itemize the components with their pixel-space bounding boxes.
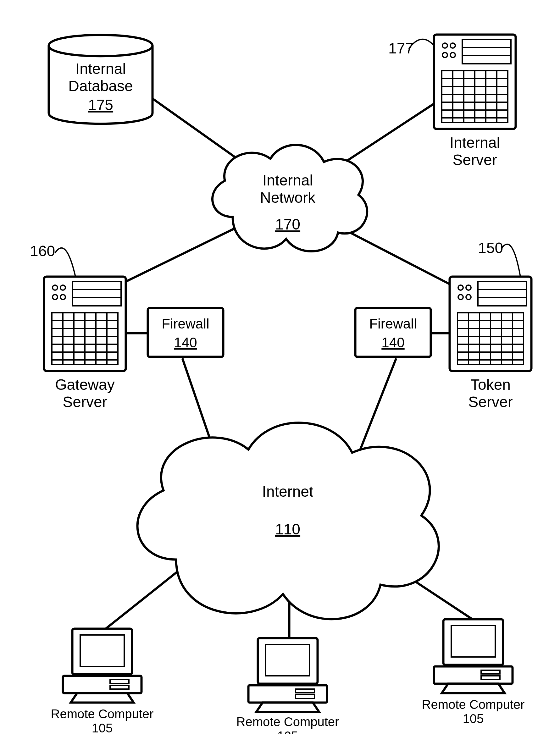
db-ref: 175	[88, 97, 113, 113]
inet-label-1: Internal	[263, 172, 313, 189]
gateway-server-node: Gateway Server 160	[30, 243, 126, 410]
iserver-label-1: Internal	[450, 134, 500, 151]
firewall-left: Firewall 140	[148, 308, 223, 357]
firewall-right: Firewall 140	[355, 308, 431, 357]
svg-rect-69	[248, 685, 327, 703]
network-diagram: Internal Database 175 Inter	[0, 0, 560, 734]
leader-160	[55, 248, 75, 277]
leader-150	[502, 244, 520, 277]
token-label-2: Server	[468, 393, 513, 410]
internal-server-node: Internal Server 177	[388, 35, 516, 168]
fw-left-ref: 140	[174, 335, 197, 350]
rc-right-ref: 105	[463, 712, 484, 726]
inet-label-2: Network	[260, 189, 316, 206]
inet-ref: 170	[275, 216, 300, 233]
gateway-ref: 160	[30, 243, 55, 259]
remote-computer-left: Remote Computer 105	[51, 629, 154, 734]
rc-right-label: Remote Computer	[422, 698, 525, 711]
db-label-1: Internal	[75, 60, 126, 77]
remote-computer-mid: Remote Computer 105	[236, 638, 339, 734]
rc-mid-ref: 105	[277, 729, 298, 734]
link-db-to-network	[151, 97, 248, 167]
fw-right-label: Firewall	[369, 316, 417, 331]
internet-cloud: Internet 110	[137, 423, 439, 619]
internet-ref: 110	[275, 521, 300, 537]
iserver-label-2: Server	[452, 152, 497, 168]
gateway-label-2: Server	[63, 393, 107, 410]
svg-rect-74	[434, 666, 513, 684]
link-internet-to-rc1	[104, 563, 189, 630]
db-label-2: Database	[68, 78, 133, 94]
rc-left-ref: 105	[92, 721, 113, 734]
token-ref: 150	[478, 240, 503, 256]
gateway-label-1: Gateway	[55, 376, 114, 393]
fw-left-label: Firewall	[162, 316, 209, 331]
token-server-node: Token Server 150	[450, 240, 531, 410]
internal-network-cloud: Internal Network 170	[212, 145, 367, 251]
rc-mid-label: Remote Computer	[236, 715, 339, 729]
rc-left-label: Remote Computer	[51, 707, 154, 721]
iserver-ref: 177	[388, 40, 413, 57]
internal-database-node: Internal Database 175	[49, 35, 152, 124]
fw-right-ref: 140	[381, 335, 404, 350]
svg-rect-64	[63, 676, 141, 693]
internet-label: Internet	[262, 483, 313, 500]
link-iserver-to-network	[333, 104, 434, 170]
remote-computer-right: Remote Computer 105	[422, 619, 525, 726]
token-label-1: Token	[470, 376, 511, 393]
